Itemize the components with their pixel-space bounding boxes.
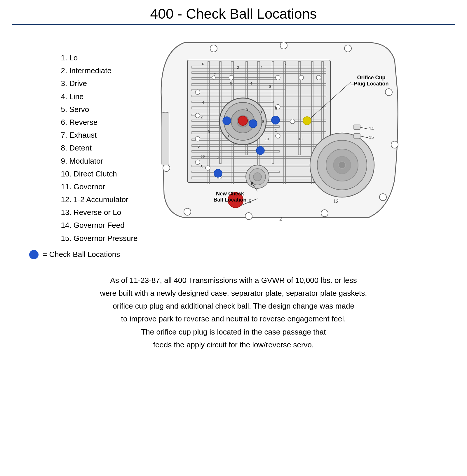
legend-item: 3. Drive	[61, 77, 137, 90]
svg-text:7: 7	[214, 73, 216, 77]
svg-point-5	[379, 194, 386, 201]
svg-text:3: 3	[246, 108, 248, 112]
svg-point-54	[316, 75, 321, 80]
svg-point-7	[245, 213, 252, 220]
svg-point-110	[238, 116, 248, 125]
svg-text:2: 2	[217, 156, 219, 160]
legend-item: 4. Line	[61, 90, 137, 103]
legend-item: 15. Governor Pressure	[61, 232, 137, 245]
page-title: 400 - Check Ball Locations	[150, 6, 317, 22]
description-line: orifice cup plug and additional check ba…	[100, 300, 367, 312]
svg-point-111	[303, 117, 311, 125]
legend-item: 1. Lo	[61, 51, 137, 64]
svg-point-53	[299, 75, 304, 80]
svg-text:9: 9	[262, 119, 264, 124]
title-divider	[12, 24, 455, 25]
svg-point-52	[276, 75, 280, 80]
svg-point-56	[290, 119, 295, 124]
svg-point-0	[210, 45, 217, 52]
svg-point-8	[184, 208, 191, 215]
svg-text:5: 5	[230, 81, 232, 86]
svg-point-51	[229, 75, 234, 80]
description-line: The orifice cup plug is located in the c…	[100, 326, 367, 338]
svg-text:8: 8	[219, 113, 222, 118]
svg-text:10: 10	[265, 137, 269, 141]
legend-item: 6. Reverse	[61, 116, 137, 129]
new-check-ball-label: New CheckBall Location	[214, 191, 247, 203]
svg-point-58	[205, 166, 210, 170]
svg-point-6	[321, 210, 328, 217]
description-line: As of 11-23-87, all 400 Transmissions wi…	[100, 274, 367, 287]
svg-point-106	[249, 120, 257, 128]
svg-text:2: 2	[201, 115, 203, 119]
svg-text:12: 12	[333, 199, 339, 204]
svg-text:9: 9	[208, 130, 210, 134]
svg-point-9	[163, 164, 170, 172]
description-text: As of 11-23-87, all 400 Transmissions wi…	[100, 274, 367, 351]
description-line: were built with a newly designed case, s…	[100, 287, 367, 300]
svg-point-1	[280, 42, 287, 49]
diagram-section: 1. Lo2. Intermediate3. Drive4. Line5. Se…	[12, 34, 455, 245]
svg-point-109	[214, 169, 222, 177]
svg-text:2: 2	[237, 65, 239, 70]
svg-text:13: 13	[298, 137, 302, 141]
svg-text:15: 15	[369, 135, 374, 140]
svg-point-93	[253, 173, 262, 181]
svg-rect-11	[162, 113, 169, 165]
svg-text:1: 1	[275, 128, 277, 132]
svg-text:14: 14	[369, 126, 374, 131]
svg-text:4: 4	[260, 65, 262, 70]
svg-text:4: 4	[202, 100, 204, 105]
legend-footer: = Check Ball Locations	[29, 250, 120, 259]
svg-rect-101	[354, 125, 360, 130]
legend-item: 2. Intermediate	[61, 64, 137, 77]
description-line: feeds the apply circuit for the low/reve…	[100, 338, 367, 351]
diagram-wrapper: 6 6 7 2 4 5 4 8 4 2 8 3 6 9 6 5 9	[144, 34, 406, 245]
svg-text:69: 69	[201, 154, 205, 159]
orifice-cup-label: Orifice CupPlug Location	[354, 75, 389, 87]
svg-point-4	[391, 141, 398, 148]
description-line: to improve park to reverse and neutral t…	[100, 312, 367, 325]
diagram-area: 6 6 7 2 4 5 4 8 4 2 8 3 6 9 6 5 9	[149, 34, 400, 232]
svg-text:3: 3	[227, 134, 229, 138]
legend-item: 14. Governor Feed	[61, 219, 137, 232]
svg-rect-102	[354, 134, 360, 138]
svg-text:6: 6	[202, 62, 204, 66]
legend-list: 1. Lo2. Intermediate3. Drive4. Line5. Se…	[61, 34, 137, 245]
svg-text:8: 8	[269, 84, 271, 89]
check-ball-legend-text: = Check Ball Locations	[43, 250, 120, 259]
svg-text:9: 9	[260, 109, 262, 113]
svg-text:5: 5	[201, 164, 203, 169]
legend-item: 11. Governor	[61, 180, 137, 193]
legend-item: 13. Reverse or Lo	[61, 206, 137, 219]
svg-text:5: 5	[198, 144, 200, 148]
svg-point-90	[339, 162, 346, 169]
svg-text:6: 6	[284, 62, 286, 66]
svg-point-3	[385, 89, 392, 96]
legend-item: 8. Detent	[61, 141, 137, 154]
svg-text:6: 6	[275, 106, 277, 111]
svg-point-46	[195, 90, 200, 94]
svg-point-108	[256, 146, 264, 155]
svg-point-2	[344, 45, 351, 52]
legend-item: 12. 1-2 Accumulator	[61, 193, 137, 206]
svg-point-107	[271, 116, 280, 124]
svg-text:2: 2	[279, 216, 282, 221]
svg-point-47	[195, 113, 200, 118]
check-ball-icon	[29, 250, 39, 259]
diagram-svg: 6 6 7 2 4 5 4 8 4 2 8 3 6 9 6 5 9	[149, 34, 400, 232]
svg-point-48	[195, 136, 200, 141]
svg-point-105	[223, 117, 231, 125]
legend-item: 9. Modulator	[61, 155, 137, 167]
svg-point-49	[195, 160, 200, 164]
svg-point-57	[276, 134, 280, 138]
legend-item: 5. Servo	[61, 103, 137, 116]
main-content: 1. Lo2. Intermediate3. Drive4. Line5. Se…	[12, 34, 455, 351]
svg-text:4: 4	[250, 81, 252, 86]
legend-item: 10. Direct Clutch	[61, 167, 137, 180]
legend-item: 7. Exhaust	[61, 129, 137, 141]
